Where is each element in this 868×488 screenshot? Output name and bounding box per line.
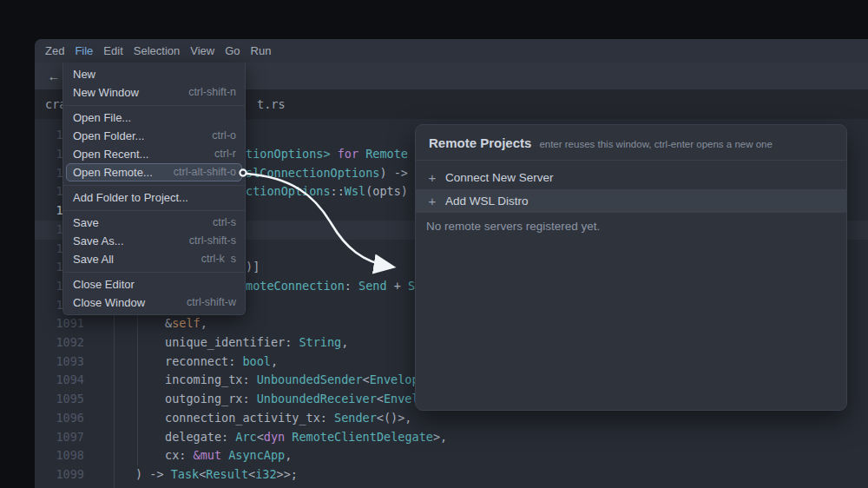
menu-item-shortcut: ctrl-o — [212, 127, 236, 145]
code-token: <()>, — [377, 411, 412, 425]
code-token: Send — [358, 279, 387, 293]
code-token: :: — [331, 184, 345, 198]
menu-item-new[interactable]: New — [63, 65, 245, 83]
code-token: Arc — [235, 430, 256, 444]
code-token: bool — [242, 354, 271, 368]
dialog-title: Remote Projects — [429, 135, 531, 150]
back-arrow-icon[interactable]: ← — [43, 63, 64, 89]
code-line: tionOptions> for Remote — [246, 145, 408, 164]
menu-item-shortcut: ctrl-alt-shift-o — [174, 164, 236, 181]
line-number: 1093 — [35, 353, 84, 372]
menu-item-label: Open Recent... — [73, 145, 148, 163]
code-token: + — [387, 279, 408, 293]
code-token: &mut — [194, 448, 222, 462]
menu-item-close-editor[interactable]: Close Editor — [63, 275, 245, 293]
menu-item-close-window[interactable]: Close Windowctrl-shift-w — [63, 293, 245, 312]
code-token — [358, 147, 365, 161]
menu-item-label: Save As... — [73, 232, 124, 250]
menubar-item-run[interactable]: Run — [246, 39, 277, 63]
menu-bar: ZedFileEditSelectionViewGoRun — [35, 39, 868, 63]
menu-item-shortcut: ctrl-shift-n — [188, 83, 236, 102]
menu-item-label: Open File... — [73, 109, 131, 127]
code-token — [331, 147, 338, 161]
code-token: ctionOptions — [246, 184, 331, 198]
code-token: String — [299, 335, 341, 349]
code-token: RemoteClientDelegate — [292, 430, 433, 444]
code-token: ) -> — [379, 166, 408, 180]
code-token: , — [285, 448, 292, 462]
menu-item-shortcut: ctrl-shift-s — [189, 232, 236, 250]
code-token: moteConnection — [246, 279, 345, 293]
menu-item-open-recent[interactable]: Open Recent...ctrl-r — [63, 145, 245, 163]
line-number: 1095 — [35, 390, 84, 409]
menubar-item-selection[interactable]: Selection — [128, 39, 185, 63]
code-token — [221, 448, 228, 462]
code-token: incoming_tx: — [165, 373, 257, 386]
code-line: ) -> Task<Result<i32>>; — [135, 465, 298, 485]
menu-item-open-folder[interactable]: Open Folder...ctrl-o — [63, 127, 245, 145]
dialog-action-add-wsl-distro[interactable]: +Add WSL Distro — [416, 189, 846, 213]
menu-item-save-all[interactable]: Save Allctrl-k s — [63, 250, 245, 268]
code-token: tionOptions> — [246, 147, 331, 161]
code-token: >>; — [277, 467, 298, 481]
code-token: Wsl — [345, 184, 365, 198]
menu-item-open-remote[interactable]: Open Remote...ctrl-alt-shift-o — [66, 163, 242, 181]
line-number: 1091 — [35, 314, 84, 333]
code-token: cx: — [165, 448, 194, 462]
code-token: UnboundedReceiver — [257, 392, 377, 406]
breadcrumb-path-suffix: t.rs — [257, 89, 286, 119]
code-token: S — [408, 279, 415, 293]
code-token: unique_identifier: — [165, 335, 299, 349]
menubar-item-go[interactable]: Go — [220, 39, 245, 63]
menu-item-label: Save — [73, 214, 99, 232]
code-line: moteConnection: Send + S — [246, 277, 415, 296]
code-token: (opts) — [365, 184, 408, 198]
code-token: delegate: — [165, 430, 235, 444]
menu-item-save[interactable]: Savectrl-s — [63, 214, 245, 232]
code-line: reconnect: bool, — [165, 353, 278, 372]
menu-separator — [63, 102, 245, 109]
line-number: 1098 — [35, 446, 84, 465]
code-line: ctionOptions::Wsl(opts) — [246, 182, 408, 201]
code-line: )] — [246, 258, 260, 277]
menu-item-save-as[interactable]: Save As...ctrl-shift-s — [63, 232, 245, 250]
menu-item-shortcut: ctrl-s — [213, 214, 236, 232]
menu-item-add-folder-to-project[interactable]: Add Folder to Project... — [63, 188, 245, 207]
menu-item-new-window[interactable]: New Windowctrl-shift-n — [63, 83, 245, 102]
code-line: unique_identifier: String, — [165, 333, 348, 353]
code-token: < — [257, 430, 264, 444]
code-token: connection_activity_tx: — [165, 411, 334, 425]
menu-item-label: Save All — [73, 250, 114, 268]
menu-item-shortcut: ctrl-shift-w — [187, 293, 236, 312]
dialog-body: +Connect New Server+Add WSL DistroNo rem… — [416, 161, 846, 233]
code-line: delegate: Arc<dyn RemoteClientDelegate>, — [165, 428, 447, 447]
menu-item-open-file[interactable]: Open File... — [63, 109, 245, 127]
code-line: connection_activity_tx: Sender<()>, — [165, 409, 412, 428]
menu-item-label: New Window — [73, 83, 139, 102]
code-line: slConnectionOptions) -> — [246, 164, 408, 183]
code-line: cx: &mut AsyncApp, — [165, 446, 292, 465]
desktop: ZedFileEditSelectionViewGoRun ← cra t.rs… — [0, 0, 868, 488]
indent-guide — [137, 313, 138, 465]
code-line: incoming_tx: UnboundedSender<Envelope>, — [165, 371, 440, 390]
remote-projects-dialog: Remote Projects enter reuses this window… — [415, 124, 847, 411]
menubar-item-file[interactable]: File — [69, 39, 98, 63]
code-token: Sender — [334, 411, 377, 425]
plus-icon: + — [426, 166, 438, 189]
line-number: 1096 — [35, 409, 84, 428]
code-token: < — [363, 373, 370, 386]
menu-item-label: Open Folder... — [73, 127, 144, 145]
menubar-item-edit[interactable]: Edit — [98, 39, 128, 63]
dialog-action-connect-new-server[interactable]: +Connect New Server — [416, 166, 846, 189]
code-token: self — [172, 316, 201, 330]
code-token: , — [271, 354, 278, 368]
line-number: 1097 — [35, 428, 84, 447]
line-number: 1092 — [35, 333, 84, 353]
code-token: for — [338, 147, 358, 161]
code-token: dyn — [264, 430, 285, 444]
dialog-empty-message: No remote servers registered yet. — [416, 220, 846, 233]
code-token: reconnect: — [165, 354, 242, 368]
menubar-item-zed[interactable]: Zed — [40, 39, 69, 63]
menubar-item-view[interactable]: View — [185, 39, 220, 63]
code-token: < — [248, 467, 255, 481]
